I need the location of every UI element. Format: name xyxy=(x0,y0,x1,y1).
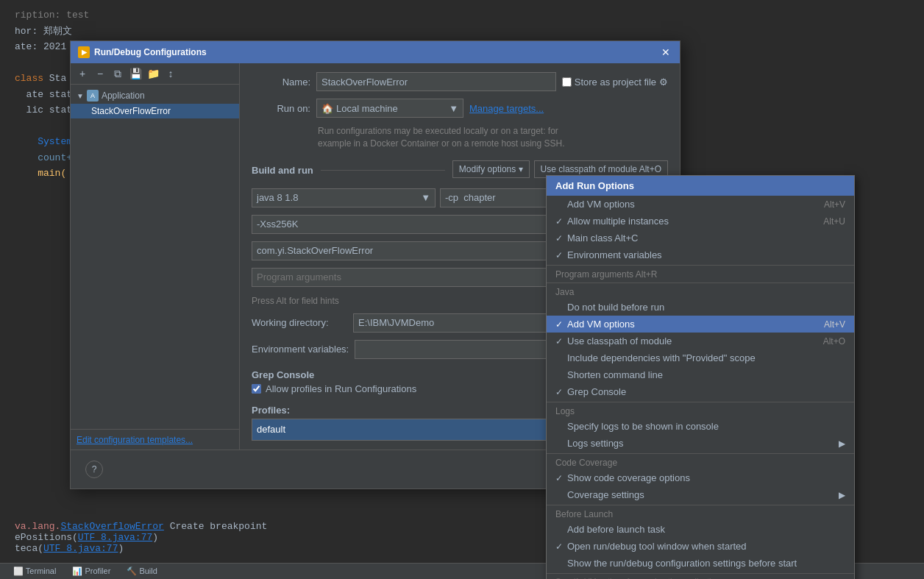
ctx-shortcut-allow: Alt+U xyxy=(801,216,845,227)
working-dir-label: Working directory: xyxy=(252,317,347,328)
close-button[interactable]: ✕ xyxy=(659,46,672,59)
ctx-show-settings[interactable]: Show the run/debug configuration setting… xyxy=(547,555,854,572)
application-group[interactable]: ▼ A Application xyxy=(71,88,239,104)
code-line: ription: test xyxy=(0,7,924,24)
name-row: Name: Store as project file ⚙ xyxy=(252,72,668,91)
hint-line2: example in a Docker Container or on a re… xyxy=(318,138,668,150)
divider-line xyxy=(321,170,445,171)
code-line: hor: 郑朝文 xyxy=(0,24,924,40)
name-input[interactable] xyxy=(316,72,556,91)
ctx-main-class[interactable]: ✓ Main class Alt+C xyxy=(547,230,854,246)
ctx-add-before-launch[interactable]: Add before launch task xyxy=(547,521,854,538)
ctx-label-coverage: Show code coverage options xyxy=(567,472,801,483)
error-line1: va.lang.StackOverflowError Create breakp… xyxy=(15,521,267,532)
store-checkbox-row: Store as project file ⚙ xyxy=(562,77,668,88)
ctx-label-add-vm: Add VM options xyxy=(567,199,801,210)
name-label: Name: xyxy=(252,77,310,88)
utf8-link-2[interactable]: UTF_8.java:77 xyxy=(43,543,118,554)
store-checkbox[interactable] xyxy=(562,77,572,87)
sdk-arrow: ▼ xyxy=(421,192,430,203)
copy-config-button[interactable]: ⧉ xyxy=(110,66,125,81)
sidebar-toolbar: + − ⧉ 💾 📁 ↕ xyxy=(71,63,239,85)
ctx-check-allow: ✓ xyxy=(555,216,567,227)
sidebar: + − ⧉ 💾 📁 ↕ ▼ A Application StackOverFlo… xyxy=(71,63,240,450)
sort-config-button[interactable]: ↕ xyxy=(163,66,178,81)
manage-targets-link[interactable]: Manage targets... xyxy=(469,103,544,114)
ctx-allow-multiple[interactable]: ✓ Allow multiple instances Alt+U xyxy=(547,213,854,230)
sdk-value: java 8 1.8 xyxy=(257,192,298,203)
dialog-title-bar: ▶ Run/Debug Configurations ✕ xyxy=(71,41,680,63)
folder-config-button[interactable]: 📁 xyxy=(146,66,160,81)
ctx-specify-logs[interactable]: Specify logs to be shown in console xyxy=(547,418,854,435)
ctx-java-header: Java xyxy=(547,283,854,299)
run-on-value: Local machine xyxy=(336,103,398,114)
ctx-label-logs: Specify logs to be shown in console xyxy=(567,421,801,432)
edit-templates-link[interactable]: Edit configuration templates... xyxy=(77,435,193,445)
context-menu-title: Add Run Options xyxy=(547,176,854,196)
application-icon: A xyxy=(87,90,99,102)
ctx-program-args-header: Program arguments Alt+R xyxy=(547,265,854,281)
allow-profiles-label: Allow profiles in Run Configurations xyxy=(266,383,416,394)
ctx-label-shorten: Shorten command line xyxy=(567,369,801,380)
ctx-use-classpath[interactable]: ✓ Use classpath of module Alt+O xyxy=(547,333,854,349)
profiler-tab[interactable]: 📊 Profiler xyxy=(65,565,118,578)
hint-text: Run configurations may be executed local… xyxy=(318,125,668,150)
ctx-shortcut-classpath: Alt+O xyxy=(801,336,845,347)
error-line3: teca(UTF_8.java:77) xyxy=(15,543,267,554)
error-line2: ePositions(UTF_8.java:77) xyxy=(15,532,267,543)
add-config-button[interactable]: + xyxy=(75,66,90,81)
ctx-label-grep: Grep Console xyxy=(567,386,801,397)
ctx-label-main: Main class Alt+C xyxy=(567,232,801,244)
dialog-title-text: Run/Debug Configurations xyxy=(94,47,207,57)
stackoverflow-link[interactable]: StackOverflowError xyxy=(60,521,163,532)
ctx-env-vars[interactable]: ✓ Environment variables xyxy=(547,246,854,263)
ctx-add-vm-options[interactable]: Add VM options Alt+V xyxy=(547,196,854,213)
ctx-label-show-settings: Show the run/debug configuration setting… xyxy=(567,558,801,569)
ctx-shortcut-add-vm: Alt+V xyxy=(801,199,845,210)
sdk-dropdown[interactable]: java 8 1.8 ▼ xyxy=(252,188,436,207)
ctx-coverage-settings[interactable]: Coverage settings ▶ xyxy=(547,486,854,503)
remove-config-button[interactable]: − xyxy=(93,66,107,81)
ctx-show-coverage[interactable]: ✓ Show code coverage options xyxy=(547,469,854,486)
ctx-logs-settings[interactable]: Logs settings ▶ xyxy=(547,435,854,452)
run-on-dropdown[interactable]: 🏠 Local machine ▼ xyxy=(316,99,463,118)
ctx-check-coverage: ✓ xyxy=(555,473,567,483)
ctx-label-classpath: Use classpath of module xyxy=(567,335,801,347)
ctx-shorten-cmd[interactable]: Shorten command line xyxy=(547,366,854,383)
cov-settings-arrow: ▶ xyxy=(839,490,845,500)
terminal-tab[interactable]: ⬜ Terminal xyxy=(6,565,63,578)
ctx-label-before-launch: Add before launch task xyxy=(567,524,801,535)
ctx-open-tool-window[interactable]: ✓ Open run/debug tool window when starte… xyxy=(547,538,854,555)
group-arrow: ▼ xyxy=(77,92,84,100)
run-on-icon: 🏠 xyxy=(321,103,333,114)
ctx-check-main: ✓ xyxy=(555,233,567,244)
ctx-grep-console[interactable]: ✓ Grep Console xyxy=(547,383,854,400)
modify-options-button[interactable]: Modify options ▾ xyxy=(452,160,530,178)
utf8-link-1[interactable]: UTF_8.java:77 xyxy=(78,532,152,543)
save-config-button[interactable]: 💾 xyxy=(128,66,143,81)
ctx-include-deps[interactable]: Include dependencies with "Provided" sco… xyxy=(547,349,854,366)
ctx-check-grep: ✓ xyxy=(555,387,567,397)
help-button[interactable]: ? xyxy=(85,461,103,478)
env-vars-input[interactable] xyxy=(355,340,574,359)
run-on-arrow: ▼ xyxy=(449,103,458,114)
ctx-check-env: ✓ xyxy=(555,250,567,260)
ctx-check-tool-window: ✓ xyxy=(555,541,567,552)
env-vars-label: Environment variables: xyxy=(252,344,349,355)
ctx-add-vm-options-2[interactable]: ✓ Add VM options Alt+V xyxy=(547,316,854,333)
ctx-label-logs-settings: Logs settings xyxy=(567,438,839,449)
build-tab[interactable]: 🔨 Build xyxy=(119,565,165,578)
config-tree: ▼ A Application StackOverFlowError xyxy=(71,85,239,121)
ctx-label-cov-settings: Coverage settings xyxy=(567,489,839,500)
build-run-label: Build and run xyxy=(252,165,313,176)
allow-profiles-checkbox[interactable] xyxy=(252,384,261,394)
stackoverflow-item-label: StackOverFlowError xyxy=(91,106,171,116)
context-menu: Add Run Options Add VM options Alt+V ✓ A… xyxy=(546,175,855,579)
run-on-row: Run on: 🏠 Local machine ▼ Manage targets… xyxy=(252,99,668,118)
ctx-label-tool-window: Open run/debug tool window when started xyxy=(567,541,801,552)
stackoverflow-item[interactable]: StackOverFlowError xyxy=(71,104,239,118)
ctx-label-vm2: Add VM options xyxy=(567,319,801,330)
ctx-no-build[interactable]: Do not build before run xyxy=(547,299,854,316)
sidebar-footer: Edit configuration templates... xyxy=(71,429,239,450)
ctx-code-coverage-header: Code Coverage xyxy=(547,453,854,469)
